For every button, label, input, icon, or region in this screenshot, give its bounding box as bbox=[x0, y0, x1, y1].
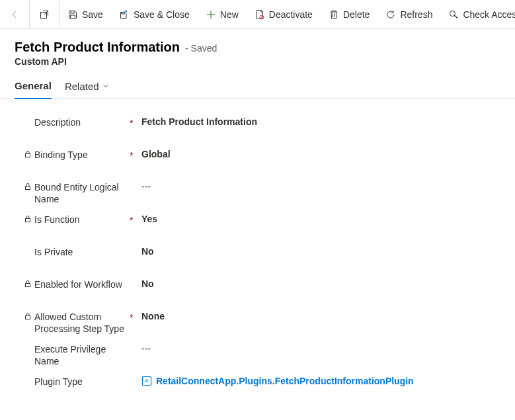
popout-icon bbox=[39, 9, 50, 20]
plugin-lookup-value: RetailConnectApp.Plugins.FetchProductInf… bbox=[156, 376, 414, 386]
page-title: Fetch Product Information bbox=[15, 40, 180, 55]
field-bound-entity: Bound Entity Logical Name --- bbox=[22, 179, 500, 211]
lock-icon bbox=[24, 150, 32, 158]
deactivate-icon bbox=[255, 9, 265, 20]
field-value[interactable]: --- bbox=[141, 180, 500, 192]
save-close-label: Save & Close bbox=[134, 9, 190, 20]
tab-related-label: Related bbox=[65, 81, 99, 92]
save-status: - Saved bbox=[185, 43, 217, 54]
field-value[interactable]: Global bbox=[141, 147, 500, 159]
back-button[interactable] bbox=[0, 0, 30, 28]
field-label: Binding Type bbox=[33, 149, 128, 161]
lookup-entity-icon bbox=[141, 376, 152, 386]
refresh-button[interactable]: Refresh bbox=[377, 0, 440, 28]
field-label: Description bbox=[33, 116, 128, 128]
delete-label: Delete bbox=[343, 9, 370, 20]
field-label: Bound Entity Logical Name bbox=[33, 181, 128, 205]
field-value[interactable]: Yes bbox=[141, 212, 500, 224]
lock-icon bbox=[24, 280, 32, 288]
save-icon bbox=[67, 9, 78, 20]
field-binding-type: Binding Type * Global bbox=[22, 146, 500, 179]
field-value[interactable]: Fetch Product Information bbox=[141, 115, 500, 127]
popout-button[interactable] bbox=[30, 0, 59, 28]
deactivate-label: Deactivate bbox=[269, 9, 313, 20]
entity-subtitle: Custom API bbox=[15, 56, 500, 67]
required-indicator: * bbox=[128, 214, 136, 226]
field-exec-privilege: Execute Privilege Name --- bbox=[22, 341, 500, 373]
command-bar: Save Save & Close New Deactivate Delete … bbox=[0, 0, 515, 29]
required-indicator: * bbox=[128, 311, 136, 323]
required-indicator: * bbox=[128, 149, 136, 161]
refresh-icon bbox=[385, 9, 396, 20]
svg-point-5 bbox=[450, 11, 456, 16]
svg-rect-11 bbox=[26, 316, 30, 319]
field-label: Enabled for Workflow bbox=[33, 278, 128, 290]
save-close-icon bbox=[119, 9, 130, 20]
field-plugin-type: Plugin Type RetailConnectApp.Plugins.Fet… bbox=[22, 373, 500, 405]
save-button[interactable]: Save bbox=[59, 0, 111, 28]
svg-rect-8 bbox=[26, 187, 30, 190]
lock-icon bbox=[24, 312, 32, 320]
svg-rect-9 bbox=[26, 219, 30, 222]
field-label: Execute Privilege Name bbox=[33, 343, 128, 367]
lock-icon bbox=[24, 215, 32, 223]
svg-rect-2 bbox=[71, 15, 75, 19]
check-access-label: Check Access bbox=[463, 9, 515, 20]
svg-rect-7 bbox=[26, 154, 30, 157]
new-label: New bbox=[220, 9, 239, 20]
record-header: Fetch Product Information - Saved Custom… bbox=[0, 29, 515, 71]
plugin-lookup-link[interactable]: RetailConnectApp.Plugins.FetchProductInf… bbox=[141, 376, 500, 386]
field-value[interactable]: No bbox=[141, 245, 500, 257]
field-label: Plugin Type bbox=[33, 376, 128, 388]
svg-rect-1 bbox=[71, 11, 74, 13]
field-label: Is Private bbox=[33, 246, 128, 258]
svg-rect-10 bbox=[26, 284, 30, 287]
field-allowed-step: Allowed Custom Processing Step Type * No… bbox=[22, 308, 500, 341]
field-value[interactable]: None bbox=[141, 310, 500, 321]
deactivate-button[interactable]: Deactivate bbox=[247, 0, 321, 28]
lock-icon bbox=[24, 183, 32, 190]
field-label: Allowed Custom Processing Step Type bbox=[33, 311, 128, 335]
field-is-function: Is Function * Yes bbox=[22, 211, 500, 243]
arrow-left-icon bbox=[9, 9, 20, 20]
field-is-private: Is Private No bbox=[22, 243, 500, 276]
check-access-icon bbox=[448, 9, 459, 20]
field-enabled-workflow: Enabled for Workflow No bbox=[22, 276, 500, 308]
tab-general[interactable]: General bbox=[15, 80, 52, 99]
tab-general-label: General bbox=[15, 80, 52, 91]
form-body: Description * Fetch Product Information … bbox=[0, 99, 515, 405]
new-button[interactable]: New bbox=[198, 0, 247, 28]
form-tabs: General Related bbox=[0, 71, 515, 99]
tab-related[interactable]: Related bbox=[65, 80, 110, 99]
field-value[interactable]: --- bbox=[141, 342, 500, 354]
delete-button[interactable]: Delete bbox=[321, 0, 377, 28]
field-description: Description * Fetch Product Information bbox=[22, 114, 500, 146]
field-label: Is Function bbox=[33, 214, 128, 226]
required-indicator: * bbox=[128, 116, 136, 128]
chevron-down-icon bbox=[102, 82, 110, 90]
check-access-button[interactable]: Check Access bbox=[440, 0, 515, 28]
save-label: Save bbox=[82, 9, 103, 20]
delete-icon bbox=[329, 9, 339, 20]
plus-icon bbox=[206, 9, 216, 20]
field-value[interactable]: No bbox=[141, 277, 500, 289]
save-close-button[interactable]: Save & Close bbox=[111, 0, 198, 28]
svg-rect-3 bbox=[122, 12, 124, 14]
refresh-label: Refresh bbox=[400, 9, 432, 20]
